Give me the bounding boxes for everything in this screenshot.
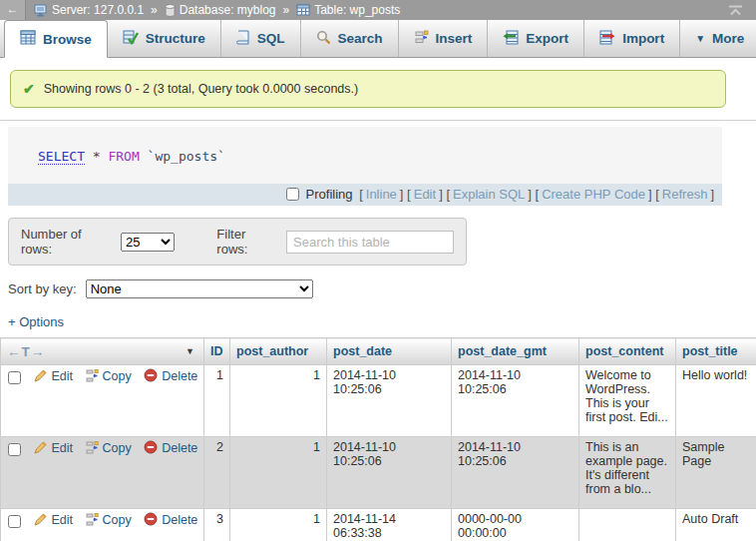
- breadcrumb-table[interactable]: Table: wp_posts: [314, 3, 400, 17]
- column-header-post-author[interactable]: post_author: [230, 338, 327, 365]
- column-header-post-date[interactable]: post_date: [327, 338, 452, 365]
- edit-row-link[interactable]: Edit: [34, 513, 73, 527]
- column-header-id[interactable]: ID: [204, 338, 230, 365]
- pencil-icon: [34, 441, 47, 454]
- bracket: ] [: [439, 187, 450, 202]
- breadcrumb-bar: ← Server: 127.0.0.1 » Database: myblog »…: [0, 0, 756, 20]
- row-checkbox[interactable]: [8, 443, 21, 456]
- column-header-post-title[interactable]: post_title: [676, 338, 756, 365]
- tab-label: Import: [622, 31, 664, 46]
- breadcrumb-server[interactable]: Server: 127.0.0.1: [52, 3, 144, 17]
- delete-row-link[interactable]: Delete: [144, 441, 197, 455]
- query-links-bar: Profiling [ Inline ] [ Edit ] [ Explain …: [8, 184, 722, 206]
- result-message-text: Showing rows 0 - 2 (3 total, Query took …: [44, 82, 358, 96]
- tab-structure[interactable]: Structure: [108, 20, 221, 57]
- cell-post-date: 2014-11-10 10:25:06: [327, 437, 452, 509]
- database-icon: [165, 4, 176, 17]
- back-arrow-icon: ←: [7, 2, 19, 16]
- row-actions: Edit Copy Delete: [1, 437, 204, 509]
- tab-import[interactable]: Import: [584, 20, 680, 57]
- bracket: [: [356, 187, 363, 202]
- tab-more[interactable]: ▼ More: [680, 20, 756, 57]
- column-header-post-date-gmt[interactable]: post_date_gmt: [452, 338, 579, 365]
- back-button[interactable]: ←: [0, 0, 26, 20]
- filter-rows-input[interactable]: [286, 231, 454, 254]
- refresh-link[interactable]: Refresh: [662, 187, 708, 202]
- tab-label: Structure: [146, 31, 205, 46]
- import-icon: [599, 30, 615, 48]
- row-checkbox[interactable]: [8, 371, 21, 384]
- tab-search[interactable]: Search: [301, 20, 399, 57]
- edit-row-link[interactable]: Edit: [34, 441, 73, 455]
- collapse-console-icon[interactable]: [727, 5, 744, 16]
- sql-query-text: SELECT * FROM `wp_posts`: [8, 127, 722, 184]
- copy-icon: [86, 513, 99, 526]
- breadcrumb: Server: 127.0.0.1 » Database: myblog » T…: [34, 3, 400, 17]
- cell-post-date-gmt: 0000-00-00 00:00:00: [452, 509, 579, 541]
- divider: [0, 120, 756, 121]
- bracket: ] [: [400, 187, 411, 202]
- tab-label: Search: [338, 31, 383, 46]
- profiling-label: Profiling: [306, 187, 353, 202]
- copy-row-link[interactable]: Copy: [86, 513, 132, 527]
- delete-row-link[interactable]: Delete: [144, 513, 197, 527]
- tab-label: SQL: [257, 31, 285, 46]
- actions-header[interactable]: ←T→ ▼: [1, 338, 204, 365]
- sql-keyword-select[interactable]: SELECT: [38, 149, 85, 165]
- cell-post-date-gmt: 2014-11-10 10:25:06: [452, 365, 579, 437]
- column-order-icon[interactable]: ←T→: [7, 344, 45, 359]
- cell-post-title: Hello world!: [676, 365, 756, 437]
- tab-export[interactable]: Export: [488, 20, 584, 57]
- delete-icon: [144, 440, 158, 454]
- cell-post-title: Sample Page: [676, 437, 756, 509]
- number-of-rows-select[interactable]: 25: [121, 233, 175, 252]
- copy-row-link[interactable]: Copy: [86, 369, 132, 383]
- bracket: ] [: [648, 187, 659, 202]
- edit-query-link[interactable]: Edit: [414, 187, 436, 202]
- table-row: Edit Copy Delete 1 1 2014-11-10 10:25:06…: [1, 365, 756, 437]
- sort-controls: Sort by key: None: [8, 279, 756, 298]
- row-controls: Number of rows: 25 Filter rows:: [8, 218, 467, 266]
- options-toggle-link[interactable]: + Options: [8, 314, 64, 329]
- create-php-code-link[interactable]: Create PHP Code: [542, 187, 645, 202]
- sql-keyword-from: FROM: [108, 149, 139, 164]
- profiling-checkbox[interactable]: [286, 188, 299, 201]
- structure-icon: [123, 30, 139, 48]
- cell-post-date: 2014-11-10 10:25:06: [327, 365, 452, 437]
- tab-browse[interactable]: Browse: [4, 20, 108, 58]
- edit-row-link[interactable]: Edit: [34, 369, 73, 383]
- filter-rows-label: Filter rows:: [216, 227, 277, 257]
- delete-row-link[interactable]: Delete: [144, 369, 197, 383]
- table-row: Edit Copy Delete 3 1 2014-11-14 06:33:38…: [1, 509, 756, 541]
- cell-id: 3: [204, 509, 230, 541]
- browse-icon: [20, 30, 36, 48]
- cell-post-title: Auto Draft: [676, 509, 756, 541]
- breadcrumb-database[interactable]: Database: myblog: [180, 3, 276, 17]
- inline-link[interactable]: Inline: [366, 187, 397, 202]
- explain-sql-link[interactable]: Explain SQL: [453, 187, 525, 202]
- cell-post-date-gmt: 2014-11-10 10:25:06: [452, 437, 579, 509]
- chevron-down-icon: ▼: [695, 33, 705, 44]
- copy-icon: [86, 369, 99, 382]
- sql-icon: [236, 30, 250, 48]
- cell-id: 2: [204, 437, 230, 509]
- sql-star: *: [93, 149, 109, 164]
- sql-table-identifier: `wp_posts`: [148, 149, 225, 164]
- copy-row-link[interactable]: Copy: [86, 441, 132, 455]
- table-tabs: Browse Structure SQL Search Insert Expor…: [0, 20, 756, 58]
- row-checkbox[interactable]: [8, 515, 21, 528]
- success-check-icon: ✔: [23, 81, 35, 97]
- bracket: ]: [710, 187, 714, 202]
- bracket: ] [: [528, 187, 539, 202]
- header-row: ←T→ ▼ ID post_author post_date post_date…: [1, 338, 756, 365]
- sort-by-key-select[interactable]: None: [86, 279, 313, 298]
- sql-query-panel: SELECT * FROM `wp_posts` Profiling [ Inl…: [8, 127, 722, 206]
- cell-post-author: 1: [230, 365, 327, 437]
- tab-insert[interactable]: Insert: [399, 20, 489, 57]
- tab-sql[interactable]: SQL: [221, 20, 301, 57]
- pencil-icon: [34, 513, 47, 526]
- column-header-post-content[interactable]: post_content: [579, 338, 676, 365]
- copy-icon: [86, 441, 99, 454]
- insert-icon: [414, 30, 429, 48]
- sort-desc-icon[interactable]: ▼: [186, 346, 194, 356]
